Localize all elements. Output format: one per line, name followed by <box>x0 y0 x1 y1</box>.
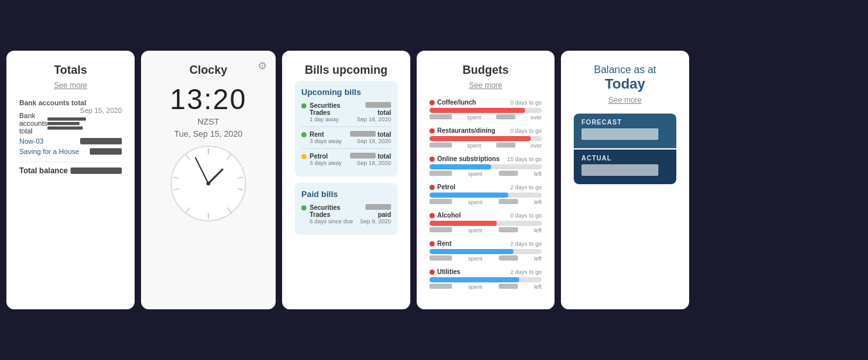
budgets-see-more[interactable]: See more <box>430 81 542 90</box>
budget-days: 0 days to go <box>510 99 542 106</box>
budget-item: Rent 2 days to go spent left <box>430 240 542 262</box>
clock-time: 13:20 <box>154 83 263 116</box>
budget-days: 2 days to go <box>510 241 542 247</box>
budget-name: Coffee/lunch <box>437 99 476 106</box>
totals-title: Totals <box>19 64 122 77</box>
account-row-1: Bank accounts total <box>19 110 80 136</box>
svg-point-13 <box>206 182 210 185</box>
account-row-now03: Now-03 <box>19 136 122 146</box>
budget-days: 0 days to go <box>510 212 542 219</box>
budget-amounts: spent left <box>430 199 542 205</box>
budget-dot <box>430 100 435 105</box>
balance-title: Balance as at Today <box>574 64 676 93</box>
balance-see-more[interactable]: See more <box>574 96 676 105</box>
budget-name: Utilities <box>437 268 460 275</box>
budget-item: Coffee/lunch 0 days to go spent over <box>430 99 542 121</box>
dashboard: Totals See more Bank accounts total Sep … <box>6 51 862 309</box>
total-balance-row: Total balance <box>19 162 122 175</box>
budgets-list: Coffee/lunch 0 days to go spent over Res… <box>430 99 542 290</box>
budget-item: Restaurants/dining 0 days to go spent ov… <box>430 127 542 149</box>
budget-dot <box>430 270 435 275</box>
account-row-saving: Saving for a House <box>19 146 122 157</box>
bill-dot-yellow <box>301 154 306 159</box>
forecast-label: FORECAST <box>581 119 669 126</box>
budget-amounts: spent left <box>430 284 542 290</box>
budget-item: Utilities 2 days to go spent left <box>430 268 542 290</box>
budget-bar-fill <box>430 221 497 226</box>
budget-item: Online substriptions 15 days to go spent… <box>430 155 542 177</box>
budget-name: Petrol <box>437 184 455 191</box>
clocky-title: Clocky <box>154 64 263 77</box>
budgets-card: Budgets See more Coffee/lunch 0 days to … <box>417 51 555 309</box>
budgets-title: Budgets <box>430 64 542 77</box>
budget-bar-fill <box>430 164 491 169</box>
budget-bar-bg <box>430 136 542 141</box>
budget-name: Rent <box>437 240 451 247</box>
bill-dot-green <box>301 103 306 108</box>
budget-amounts: spent left <box>430 171 542 177</box>
budget-bar-fill <box>430 193 508 198</box>
bill-item-rent: Rent 3 days away total Sep 18, 2020 <box>301 131 391 149</box>
budget-days: 2 days to go <box>510 184 542 191</box>
budget-bar-bg <box>430 277 542 282</box>
bill-dot-green-2 <box>301 132 306 137</box>
budget-bar-bg <box>430 108 542 113</box>
analog-clock <box>170 145 247 222</box>
budget-name: Restaurants/dining <box>437 127 496 134</box>
budget-bar-fill <box>430 277 519 282</box>
bill-item-securities: Securities Trades 1 day away total Sep 1… <box>301 102 391 127</box>
bills-title: Bills upcoming <box>295 64 397 77</box>
actual-label: ACTUAL <box>581 155 669 162</box>
budget-days: 0 days to go <box>510 128 542 134</box>
actual-amount <box>581 164 669 179</box>
budget-bar-bg <box>430 164 542 169</box>
budget-dot <box>430 185 435 190</box>
budget-bar-bg <box>430 193 542 198</box>
budget-item: Petrol 2 days to go spent left <box>430 184 542 205</box>
bill-item-petrol: Petrol 3 days away total Sep 18, 2020 <box>301 153 391 170</box>
totals-see-more[interactable]: See more <box>19 81 122 90</box>
gear-icon[interactable]: ⚙ <box>258 60 267 72</box>
bills-card: Bills upcoming Upcoming bills Securities… <box>282 51 410 309</box>
bill-item-paid-securities: Securities Trades 6 days since due paid … <box>301 204 391 228</box>
budget-dot <box>430 213 435 218</box>
budget-bar-bg <box>430 221 542 226</box>
balance-today: Today <box>605 76 645 92</box>
budget-dot <box>430 241 435 246</box>
budget-days: 2 days to go <box>510 269 542 275</box>
actual-box: ACTUAL <box>574 150 676 184</box>
clock-date: Tue, Sep 15, 2020 <box>154 129 263 139</box>
paid-bills-section: Paid bills Securities Trades 6 days sinc… <box>295 183 397 235</box>
budget-amounts: spent over <box>430 142 542 149</box>
balance-card: Balance as at Today See more FORECAST AC… <box>561 51 689 309</box>
budget-dot <box>430 157 435 162</box>
bill-dot-paid <box>301 205 306 210</box>
upcoming-bills-section: Upcoming bills Securities Trades 1 day a… <box>295 81 397 176</box>
budget-amounts: spent left <box>430 255 542 262</box>
budget-amounts: spent over <box>430 114 542 121</box>
totals-card: Totals See more Bank accounts total Sep … <box>6 51 135 309</box>
clocky-card: Clocky ⚙ 13:20 NZST Tue, Sep 15, 2020 <box>141 51 276 309</box>
paid-bills-label: Paid bills <box>301 189 391 199</box>
clock-timezone: NZST <box>154 117 263 126</box>
budget-item: Alcohol 0 days to go spent left <box>430 212 542 234</box>
budget-days: 15 days to go <box>507 156 542 162</box>
budget-bar-fill <box>430 136 531 141</box>
budget-bar-fill <box>430 249 513 254</box>
budget-bar-bg <box>430 249 542 254</box>
bank-accounts-label: Bank accounts total Sep 15, 2020 <box>19 99 122 107</box>
budget-name: Online substriptions <box>437 155 499 162</box>
budget-amounts: spent left <box>430 227 542 234</box>
upcoming-bills-label: Upcoming bills <box>301 87 391 97</box>
budget-bar-fill <box>430 108 525 113</box>
budget-dot <box>430 128 435 133</box>
forecast-box: FORECAST <box>574 114 676 148</box>
budget-name: Alcohol <box>437 212 461 219</box>
forecast-amount <box>581 128 669 143</box>
